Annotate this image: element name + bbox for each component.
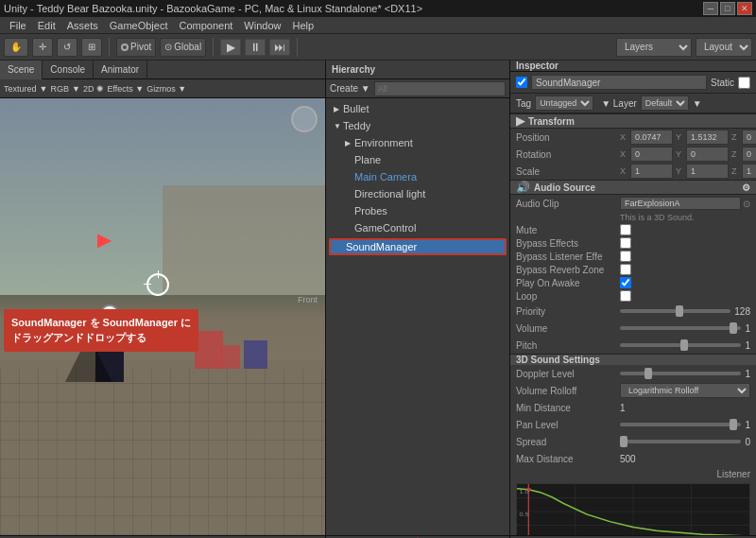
rotation-x[interactable] [630,147,673,162]
hierarchy-item-bullet[interactable]: ▶ Bullet [326,100,509,117]
pivot-toggle[interactable]: Pivot [116,38,156,57]
volume-slider[interactable] [620,326,741,330]
hierarchy-item-main-camera[interactable]: Main Camera [326,168,509,185]
svg-text:0.5: 0.5 [519,512,529,517]
audio-clip-label: Audio Clip [516,199,620,209]
tab-scene[interactable]: Scene [0,61,43,79]
pitch-slider[interactable] [620,343,741,347]
play-button[interactable]: ▶ [220,39,241,56]
scene-crosshair [146,273,169,296]
step-button[interactable]: ⏭ [269,39,290,56]
pan-slider[interactable] [620,423,741,426]
menu-window[interactable]: Window [238,17,286,34]
audio-settings-btn[interactable]: ⚙ [742,182,750,193]
rolloff-chart: 1.0 0.5 [516,483,750,535]
inspector-header: Inspector [510,61,756,72]
rotation-label: Rotation [516,149,620,160]
bypass-effects-checkbox[interactable] [620,237,631,249]
position-z[interactable] [742,130,756,145]
hierarchy-search[interactable] [374,81,506,96]
layer-select[interactable]: Default [641,95,689,111]
bypass-listener-checkbox[interactable] [620,251,631,262]
3d-sound-header[interactable]: 3D Sound Settings [510,354,756,365]
scene-tabs: Scene Console Animator [0,61,325,79]
hierarchy-title: Hierarchy [332,64,375,75]
scale-x[interactable] [630,164,673,179]
pan-thumb [730,419,737,430]
rotation-z[interactable] [742,147,756,162]
hierarchy-item-teddy[interactable]: ▼ Teddy [326,117,509,134]
pan-row: Pan Level 1 [510,416,756,433]
pause-button[interactable]: ⏸ [245,39,266,56]
object-active-checkbox[interactable] [516,77,527,88]
2d-label[interactable]: 2D [83,84,94,94]
item-label: Plane [354,154,381,165]
bypass-effects-label: Bypass Effects [516,238,620,249]
min-dist-label: Min Distance [516,403,620,413]
global-toggle[interactable]: ⊙ Global [160,38,206,57]
audio-clip-value[interactable]: FarExplosionA [620,197,741,210]
play-on-awake-label: Play On Awake [516,278,620,288]
hierarchy-item-probes[interactable]: Probes [326,202,509,219]
hierarchy-item-gamecontrol[interactable]: GameControl [326,219,509,236]
priority-slider[interactable] [620,309,730,313]
rotation-xyz: X Y Z [620,147,756,162]
rolloff-select[interactable]: Logarithmic Rolloff [620,383,750,398]
hierarchy-item-directional[interactable]: Directional light [326,185,509,202]
hierarchy-item-plane[interactable]: Plane [326,151,509,168]
tag-label: Tag [516,98,531,109]
rotation-y[interactable] [686,147,729,162]
gizmos-label[interactable]: Gizmos ▼ [146,84,186,94]
close-button[interactable]: ✕ [737,2,752,15]
static-label: Static [711,78,734,88]
minimize-button[interactable]: ─ [703,2,718,15]
doppler-slider[interactable] [620,372,741,375]
layout-dropdown[interactable]: Layout [696,38,752,57]
scale-y[interactable] [686,164,729,179]
separator1 [109,38,110,57]
object-name-input[interactable] [531,75,707,90]
loop-checkbox[interactable] [620,290,631,302]
play-on-awake-checkbox[interactable] [620,277,631,288]
textured-label[interactable]: Textured [4,84,37,94]
scale-z[interactable] [742,164,756,179]
mute-checkbox[interactable] [620,224,631,235]
bypass-reverb-row: Bypass Reverb Zone [510,263,756,276]
transform-header[interactable]: ▶ Transform [510,113,756,129]
menu-component[interactable]: Component [173,17,238,34]
position-y[interactable] [686,130,729,145]
static-checkbox[interactable] [738,77,750,89]
priority-label: Priority [516,306,620,317]
item-label: Main Camera [354,171,417,182]
instruction-line2: ドラッグアンドドロップする [11,330,191,346]
menu-edit[interactable]: Edit [32,17,61,34]
move-tool[interactable]: ✛ [32,38,53,57]
audio-clip-select-icon[interactable]: ⊙ [743,199,750,209]
scale-tool[interactable]: ⊞ [81,38,102,57]
hierarchy-item-environment[interactable]: ▶ Environment [326,134,509,151]
hierarchy-item-soundmanager[interactable]: SoundManager [329,238,507,255]
hand-tool[interactable]: ✋ [4,38,28,57]
audio-source-header[interactable]: 🔊 Audio Source ⚙ [510,180,756,195]
scene-viewport[interactable]: ▶ Front SoundManager を SoundManager に ドラ… [0,98,325,535]
spread-slider[interactable] [620,440,741,443]
menu-gameobject[interactable]: GameObject [104,17,174,34]
tab-animator[interactable]: Animator [94,61,147,79]
menu-assets[interactable]: Assets [61,17,104,34]
create-button[interactable]: Create ▼ [330,83,370,94]
audio-clip-row: Audio Clip FarExplosionA ⊙ [510,195,756,212]
layers-dropdown[interactable]: Layers [616,38,692,57]
expand-arrow: ▼ [334,122,343,130]
menu-file[interactable]: File [4,17,32,34]
rgb-label[interactable]: RGB [50,84,69,94]
tag-select[interactable]: Untagged [535,95,593,111]
tab-console[interactable]: Console [43,61,94,79]
maximize-button[interactable]: □ [720,2,735,15]
scale-xyz: X Y Z [620,164,756,179]
rotate-tool[interactable]: ↺ [57,38,77,57]
bypass-reverb-checkbox[interactable] [620,264,631,275]
position-x[interactable] [630,130,673,145]
menu-help[interactable]: Help [286,17,319,34]
layer-arrow: ▼ [693,98,702,109]
inspector-title: Inspector [516,61,558,71]
